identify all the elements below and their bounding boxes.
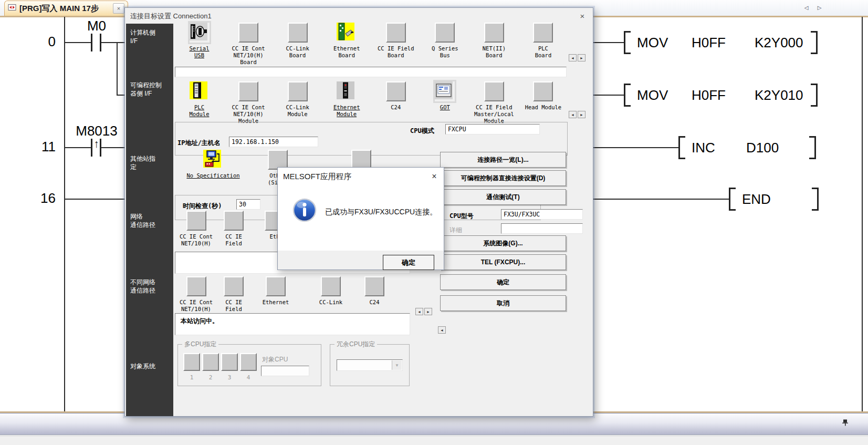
device-got[interactable]: GOT [421, 81, 469, 125]
step-number: 11 [26, 139, 56, 155]
dialog-cancel-button[interactable]: 取消 [440, 295, 566, 311]
status-bar [0, 436, 868, 445]
device-head-module[interactable]: Head Module [519, 81, 568, 125]
target-cpu-field[interactable] [261, 366, 309, 376]
contact-gap [92, 39, 100, 46]
device-no-specification[interactable]: No Specification [174, 150, 253, 179]
device-ethernet[interactable]: Ethernet [255, 276, 296, 306]
device-serial-usb[interactable]: Serial USB [175, 23, 224, 66]
scroll-left-icon[interactable]: ◄ [438, 326, 446, 334]
step-number: 16 [26, 190, 56, 206]
device-ethernet-board[interactable]: Ethernet Board [322, 23, 371, 66]
ip-host-label: IP地址/主机名 [177, 139, 221, 148]
device-ethernet-module[interactable]: Ethernet Module [322, 81, 371, 125]
device-label: CC-Link [319, 299, 342, 306]
instruction-op: MOV [631, 35, 692, 51]
communication-test-button[interactable]: 通信测试(T) [440, 189, 566, 205]
connection-route-list-button[interactable]: 连接路径一览(L)... [440, 152, 566, 168]
instruction-op: MOV [631, 87, 692, 104]
status-text-area: 本站访问中。 [175, 313, 410, 335]
device-cc-link-module[interactable]: CC-Link Module [273, 81, 322, 125]
redundant-cpu-title: 冗余CPU指定 [334, 340, 377, 349]
contact-symbol[interactable] [91, 34, 92, 51]
dialog-close-icon[interactable]: × [578, 11, 587, 20]
device-label: CC IE Field [225, 233, 242, 247]
device-label: CC IE Field [225, 299, 242, 313]
multi-cpu-slot-4[interactable] [240, 353, 257, 371]
got-icon [435, 81, 455, 101]
system-image-button[interactable]: 系统图像(G)... [440, 235, 566, 251]
scroll-left-icon[interactable]: ◄ [569, 111, 577, 118]
instruction-inc[interactable]: INC D100 [678, 136, 816, 160]
tab-prg-main[interactable]: [PRG]写入 MAIN 17步 × [4, 1, 128, 16]
plain-icon [484, 23, 504, 43]
plain-icon [321, 276, 341, 296]
device-label: GOT [440, 104, 450, 111]
instruction-mov-2[interactable]: MOV H0FF K2Y010 [624, 83, 818, 107]
sidebar-label-diff-network-route: 不同网络 通信路径 [130, 278, 155, 295]
device-net-ii-board[interactable]: NET(II) Board [469, 23, 518, 66]
plain-icon [224, 211, 244, 231]
sidebar-label-network-route: 网络 通信路径 [130, 213, 155, 229]
device-plc-board[interactable]: PLC Board [519, 23, 568, 66]
ip-host-field[interactable]: 192.168.1.150 [229, 137, 318, 147]
pin-icon[interactable] [841, 419, 849, 429]
time-check-field[interactable]: 30 [236, 199, 260, 210]
tab-scroll-right-icon[interactable]: ▷ [815, 3, 824, 12]
slot-number: 2 [202, 374, 219, 381]
instruction-arg: K2Y010 [755, 87, 811, 104]
bracket-left [678, 136, 685, 159]
message-box-close-icon[interactable]: × [429, 171, 440, 182]
scroll-right-icon[interactable]: ► [578, 111, 585, 118]
dialog-ok-button[interactable]: 确定 [440, 274, 566, 290]
contact-label: M0 [73, 18, 120, 34]
message-box-ok-button[interactable]: 确定 [383, 255, 434, 270]
bracket-left [729, 188, 736, 211]
scroll-left-icon[interactable]: ◄ [569, 54, 577, 61]
device-c24[interactable]: C24 [354, 276, 395, 306]
multi-cpu-slot-1[interactable] [183, 353, 200, 371]
plain-icon [238, 23, 258, 43]
instruction-end[interactable]: END [729, 187, 819, 211]
device-cc-ie-field-board[interactable]: CC IE Field Board [371, 23, 420, 66]
tel-fxcpu-button[interactable]: TEL (FXCPU)... [440, 254, 566, 270]
device-cc-ie-field[interactable]: CC IE Field [213, 211, 254, 247]
plc-if-device-row: PLC ModuleCC IE Cont NET/10(H) ModuleCC-… [175, 81, 568, 125]
device-cc-ie-cont-net-10-h-board[interactable]: CC IE Cont NET/10(H) Board [224, 23, 273, 66]
device-cc-ie-cont-net-10-h-module[interactable]: CC IE Cont NET/10(H) Module [224, 81, 273, 125]
device-label: C24 [391, 104, 401, 111]
device-label: No Specification [186, 172, 239, 179]
contact-symbol[interactable] [100, 34, 101, 51]
target-cpu-label: 对象CPU [262, 355, 288, 364]
instruction-mov-1[interactable]: MOV H0FF K2Y000 [624, 30, 818, 55]
ethernet-board-icon [337, 23, 357, 43]
detail-field [501, 223, 583, 234]
scroll-right-icon[interactable]: ► [578, 54, 585, 61]
multi-cpu-slot-2[interactable] [202, 353, 219, 371]
tab-scroll-left-icon[interactable]: ◁ [802, 3, 811, 12]
cpu-mode-field[interactable]: FXCPU [445, 124, 540, 134]
bracket-left [624, 84, 631, 107]
tab-close-icon[interactable]: × [113, 3, 124, 14]
sidebar-label-other-station: 其他站指 定 [130, 155, 155, 171]
plc-direct-connection-button[interactable]: 可编程控制器直接连接设置(D) [440, 170, 566, 186]
scroll-right-icon[interactable]: ► [424, 308, 432, 315]
device-label: CC IE Cont NET/10(H) [180, 233, 213, 247]
plain-icon [288, 23, 308, 43]
cpu-mode-label: CPU模式 [410, 127, 434, 136]
device-cc-link[interactable]: CC-Link [310, 276, 351, 306]
device-plc-module[interactable]: PLC Module [175, 81, 224, 125]
device-label: C24 [370, 299, 380, 306]
scroll-left-icon[interactable]: ◄ [415, 308, 423, 315]
plain-icon [186, 211, 206, 231]
device-cc-ie-field-master-local-module[interactable]: CC IE Field Master/Local Module [469, 81, 518, 125]
redundant-cpu-dropdown[interactable]: ▼ [337, 359, 403, 371]
device-c24[interactable]: C24 [371, 81, 420, 125]
device-q-series-bus[interactable]: Q Series Bus [421, 23, 469, 66]
slot-number: 3 [221, 374, 238, 381]
device-cc-ie-field[interactable]: CC IE Field [213, 276, 254, 313]
ethernet-module-icon [337, 81, 357, 101]
multi-cpu-slot-3[interactable] [221, 353, 238, 371]
device-cc-link-board[interactable]: CC-Link Board [273, 23, 322, 66]
bracket-right [812, 188, 819, 211]
